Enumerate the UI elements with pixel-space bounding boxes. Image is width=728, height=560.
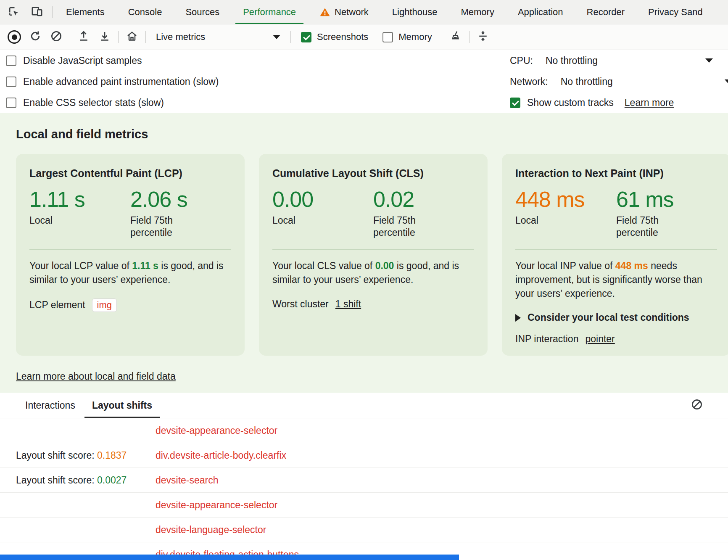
inp-card-title: Interaction to Next Paint (INP): [515, 167, 717, 180]
screenshots-checkbox[interactable]: Screenshots: [295, 32, 374, 42]
divider: [515, 249, 717, 250]
divider: [145, 31, 146, 43]
checkbox-unchecked-icon: [382, 32, 393, 42]
tab-lighthouse[interactable]: Lighthouse: [380, 0, 449, 24]
tab-label: Recorder: [587, 7, 625, 18]
cls-local-value-block: 0.00 Local: [272, 188, 373, 239]
tab-recorder[interactable]: Recorder: [575, 0, 636, 24]
inp-interaction-link[interactable]: pointer: [585, 333, 615, 345]
layout-shift-element-link[interactable]: devsite-appearance-selector: [156, 499, 277, 511]
lcp-local-label: Local: [29, 214, 101, 227]
tab-privacy-sandbox[interactable]: Privacy Sand: [636, 0, 715, 24]
tab-console[interactable]: Console: [116, 0, 174, 24]
local-field-metrics-panel: Local and field metrics Largest Contentf…: [0, 113, 728, 393]
lcp-local-value-block: 1.11 s Local: [29, 188, 130, 239]
divider: [52, 6, 53, 18]
clear-icon: [691, 398, 703, 412]
score-value: 0.0027: [97, 475, 127, 486]
tab-interactions[interactable]: Interactions: [17, 393, 84, 418]
device-toolbar-button[interactable]: [28, 3, 46, 21]
reload-icon: [29, 30, 42, 44]
tab-layout-shifts[interactable]: Layout shifts: [84, 393, 161, 418]
css-selector-stats-checkbox[interactable]: Enable CSS selector stats (slow): [6, 92, 219, 113]
tab-label: Network: [335, 7, 369, 18]
inspect-cursor-icon: [7, 5, 20, 19]
upload-icon: [77, 30, 90, 44]
tab-label: Interactions: [25, 400, 75, 411]
local-test-conditions-expander[interactable]: Consider your local test conditions: [515, 312, 717, 323]
logs-tabbar: Interactions Layout shifts: [0, 393, 728, 418]
show-custom-tracks-checkbox[interactable]: Show custom tracks: [510, 97, 614, 108]
clear-icon: [50, 30, 63, 44]
clear-log-button[interactable]: [688, 396, 706, 415]
disable-js-samples-checkbox[interactable]: Disable JavaScript samples: [6, 50, 219, 71]
memory-checkbox[interactable]: Memory: [377, 32, 438, 42]
tab-memory[interactable]: Memory: [449, 0, 506, 24]
checkbox-checked-icon: [301, 32, 311, 42]
local-field-data-learn-more-link[interactable]: Learn more about local and field data: [16, 371, 176, 382]
tab-elements[interactable]: Elements: [54, 0, 116, 24]
lcp-element-node-link[interactable]: img: [92, 298, 117, 312]
network-throttling-value: No throttling: [561, 76, 613, 87]
lcp-field-value: 2.06 s: [130, 188, 231, 211]
chevron-down-icon: [705, 58, 713, 63]
layout-shift-element-link[interactable]: devsite-language-selector: [156, 524, 266, 536]
tab-performance[interactable]: Performance: [231, 0, 308, 24]
worst-cluster-link[interactable]: 1 shift: [335, 298, 361, 310]
tab-label: Lighthouse: [392, 7, 438, 18]
network-throttling-select[interactable]: Network: No throttling: [510, 71, 722, 92]
cpu-throttling-value: No throttling: [546, 55, 598, 66]
lcp-description: Your local LCP value of 1.11 s is good, …: [29, 259, 231, 286]
panel-mode-select[interactable]: Live metrics: [150, 28, 286, 46]
horizontal-scrollbar-thumb[interactable]: [0, 555, 459, 560]
load-profile-button[interactable]: [74, 28, 93, 46]
inp-field-value-block: 61 ms Field 75th percentile: [616, 188, 717, 239]
cls-local-label: Local: [272, 214, 344, 227]
metrics-heading: Local and field metrics: [16, 127, 712, 141]
tab-sources[interactable]: Sources: [174, 0, 231, 24]
cls-field-value: 0.02: [373, 188, 474, 211]
cls-field-value-block: 0.02 Field 75th percentile: [373, 188, 474, 239]
layout-shift-element-link[interactable]: div.devsite-article-body.clearfix: [156, 450, 286, 461]
cpu-throttling-select[interactable]: CPU: No throttling: [510, 50, 722, 71]
checkbox-unchecked-icon: [6, 55, 16, 66]
record-and-reload-button[interactable]: [26, 28, 45, 46]
tab-label: Sources: [185, 7, 219, 18]
inp-interaction-label: INP interaction: [515, 333, 578, 345]
lcp-card: Largest Contentful Paint (LCP) 1.11 s Lo…: [16, 154, 245, 356]
inp-field-value: 61 ms: [616, 188, 717, 211]
save-profile-button[interactable]: [95, 28, 114, 46]
capture-settings: Disable JavaScript samples Enable advanc…: [0, 50, 728, 113]
record-button[interactable]: [5, 28, 24, 46]
lcp-field-label: Field 75th percentile: [130, 214, 202, 240]
advanced-paint-checkbox[interactable]: Enable advanced paint instrumentation (s…: [6, 71, 219, 92]
devtools-window: Elements Console Sources Performance Net…: [0, 0, 728, 560]
layout-shift-element-link[interactable]: devsite-appearance-selector: [156, 425, 277, 436]
metric-cards: Largest Contentful Paint (LCP) 1.11 s Lo…: [16, 154, 712, 356]
lcp-desc-text: Your local LCP value of: [29, 260, 132, 271]
score-label: Layout shift score:: [16, 475, 97, 486]
inp-card: Interaction to Next Paint (INP) 448 ms L…: [502, 154, 728, 356]
layout-shift-row: devsite-appearance-selector: [0, 418, 728, 443]
inp-desc-value: 448 ms: [615, 260, 648, 271]
clear-button[interactable]: [47, 28, 66, 46]
inspect-element-button[interactable]: [4, 3, 23, 21]
cls-local-value: 0.00: [272, 188, 373, 211]
layout-shift-element-link[interactable]: devsite-search: [156, 475, 219, 486]
performance-toolbar: Live metrics Screenshots Memory: [0, 24, 728, 50]
divider: [29, 249, 231, 250]
tab-application[interactable]: Application: [506, 0, 575, 24]
tab-network[interactable]: Network: [308, 0, 380, 24]
advanced-paint-label: Enable advanced paint instrumentation (s…: [23, 76, 219, 87]
collect-garbage-button[interactable]: [446, 28, 465, 46]
inp-description: Your local INP value of 448 ms needs imp…: [515, 259, 717, 300]
score-label: Layout shift score:: [16, 450, 97, 461]
custom-tracks-learn-more-link[interactable]: Learn more: [625, 97, 674, 108]
home-button[interactable]: [123, 28, 141, 46]
cpu-label: CPU:: [510, 55, 533, 66]
gc-broom-icon: [449, 30, 462, 44]
panel-mode-value: Live metrics: [156, 32, 205, 42]
collapse-tracks-button[interactable]: [474, 28, 492, 46]
lcp-local-value: 1.11 s: [29, 188, 130, 211]
checkbox-checked-icon: [510, 98, 520, 108]
